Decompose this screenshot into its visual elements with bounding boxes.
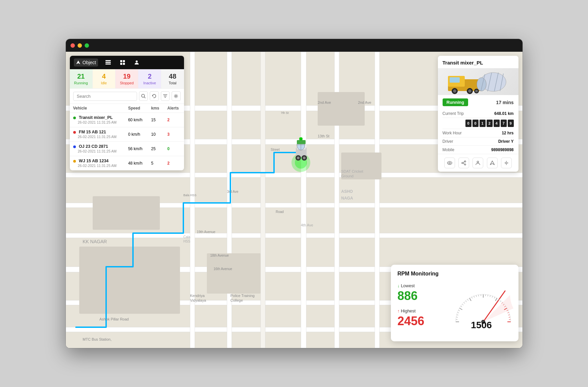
- left-panel: Object: [70, 56, 184, 170]
- col-vehicle: Vehicle: [70, 104, 125, 113]
- settings-icon: [174, 94, 178, 98]
- tools-button[interactable]: [501, 158, 512, 168]
- refresh-button[interactable]: [150, 91, 159, 101]
- down-arrow-icon: ↓: [398, 283, 400, 288]
- svg-text:4th Ave: 4th Ave: [301, 223, 313, 227]
- nav-object-label: Object: [83, 60, 96, 65]
- status-dot: [73, 145, 76, 148]
- search-row: [70, 89, 184, 104]
- col-speed: Speed: [125, 104, 148, 113]
- maximize-button[interactable]: [85, 43, 89, 48]
- eye-icon: [447, 161, 452, 165]
- odometer-digit: 0: [465, 120, 471, 127]
- running-badge: Running: [443, 98, 468, 106]
- col-kms: kms: [148, 104, 164, 113]
- alerts-cell: 3: [164, 127, 184, 142]
- inactive-label: Inactive: [140, 81, 160, 85]
- gauge-tick: [503, 304, 504, 305]
- person-button[interactable]: [472, 158, 483, 168]
- up-arrow-icon: ↑: [398, 308, 400, 313]
- stat-running[interactable]: 21 Running: [70, 69, 93, 88]
- status-dot: [73, 131, 76, 134]
- minimize-button[interactable]: [78, 43, 82, 48]
- nav-object[interactable]: Object: [74, 58, 98, 67]
- gauge-tick: [500, 301, 501, 302]
- action-row: [438, 154, 518, 172]
- svg-text:16th Avenue: 16th Avenue: [214, 267, 232, 271]
- odometer-digit: 7: [501, 120, 507, 127]
- svg-rect-5: [66, 233, 523, 238]
- rpm-content: ↓ Lowest 886 ↑ Highest 2456: [398, 282, 512, 335]
- mobile-key: Mobile: [443, 147, 454, 152]
- nav-grid[interactable]: [118, 59, 127, 66]
- odometer-row: 0012479: [443, 118, 514, 129]
- vehicle-detail-panel: Transit mixer_PL: [438, 56, 518, 172]
- svg-rect-62: [120, 60, 122, 62]
- navigate-icon: [490, 161, 495, 165]
- gauge-tick: [456, 315, 458, 315]
- idle-label: Idle: [94, 81, 114, 85]
- tools-icon: [504, 161, 509, 165]
- kms-cell: 10: [148, 127, 164, 142]
- stat-idle[interactable]: 4 Idle: [93, 69, 116, 88]
- svg-point-72: [175, 95, 177, 97]
- vehicle-cell: Transit mixer_PL 26-02-2021 11:31:25 AM: [70, 113, 125, 127]
- svg-text:College: College: [230, 298, 243, 302]
- vehicle-cell: OJ 23 CD 2871 26-02-2021 11:31:25 AM: [70, 142, 125, 156]
- odometer-digit: 2: [487, 120, 493, 127]
- filter-button[interactable]: [161, 91, 170, 101]
- driver-val: Driver Y: [498, 139, 514, 144]
- odometer: 0012479: [465, 120, 514, 127]
- svg-rect-63: [123, 60, 125, 62]
- vehicle-name: FM 15 AB 121: [79, 130, 106, 134]
- svg-rect-9: [190, 52, 195, 348]
- gauge-tick: [507, 312, 509, 313]
- svg-point-52: [303, 157, 306, 159]
- svg-point-91: [464, 164, 466, 165]
- vehicle-name: WJ 15 AB 1234: [79, 159, 108, 163]
- svg-rect-17: [207, 253, 261, 294]
- stat-total[interactable]: 48 Total: [161, 69, 184, 88]
- gauge-tick: [471, 297, 472, 299]
- rpm-highest-label: ↑ Highest: [398, 308, 448, 313]
- svg-rect-56: [297, 140, 306, 144]
- nav-person[interactable]: [132, 59, 141, 66]
- stopped-label: Stopped: [117, 81, 137, 85]
- svg-rect-12: [301, 52, 306, 348]
- share-button[interactable]: [458, 158, 469, 168]
- svg-text:Kendriya: Kendriya: [190, 294, 205, 298]
- gauge-tick: [508, 315, 510, 315]
- svg-point-88: [449, 162, 450, 164]
- gauge-tick: [494, 297, 495, 299]
- gauge-tick: [508, 317, 510, 317]
- gauge-tick: [465, 301, 466, 302]
- alerts-cell: 2: [164, 113, 184, 127]
- table-row[interactable]: OJ 23 CD 2871 26-02-2021 11:31:25 AM 56 …: [70, 142, 184, 156]
- gauge-tick: [488, 295, 488, 296]
- status-dot: [73, 160, 76, 163]
- eye-button[interactable]: [444, 158, 455, 168]
- status-dot: [73, 117, 76, 119]
- settings-button[interactable]: [172, 91, 181, 101]
- table-row[interactable]: WJ 15 AB 1234 26-02-2021 11:31:25 AM 48 …: [70, 156, 184, 171]
- stat-inactive[interactable]: 2 Inactive: [138, 69, 161, 88]
- panel-header: Object: [70, 56, 184, 69]
- close-button[interactable]: [71, 43, 75, 48]
- running-label: Running: [71, 81, 91, 85]
- svg-rect-16: [93, 196, 160, 230]
- svg-point-85: [468, 89, 471, 93]
- table-row[interactable]: FM 15 AB 121 26-02-2021 11:31:25 AM 0 km…: [70, 127, 184, 142]
- svg-point-50: [297, 157, 300, 159]
- nav-table[interactable]: [103, 59, 113, 66]
- navigate-button[interactable]: [487, 158, 498, 168]
- vehicle-time: 26-02-2021 11:31:25 AM: [73, 164, 117, 168]
- search-input[interactable]: [73, 92, 137, 101]
- svg-text:HSS: HSS: [183, 240, 190, 243]
- table-row[interactable]: Transit mixer_PL 26-02-2021 11:31:25 AM …: [70, 113, 184, 127]
- driver-row: Driver Driver Y: [443, 137, 514, 146]
- stat-stopped[interactable]: 19 Stopped: [116, 69, 138, 88]
- svg-text:MTC Bus Station,: MTC Bus Station,: [83, 337, 111, 341]
- vehicle-title: Transit mixer_PL: [438, 56, 518, 68]
- search-button[interactable]: [139, 91, 148, 101]
- navigation-icon: [76, 60, 81, 65]
